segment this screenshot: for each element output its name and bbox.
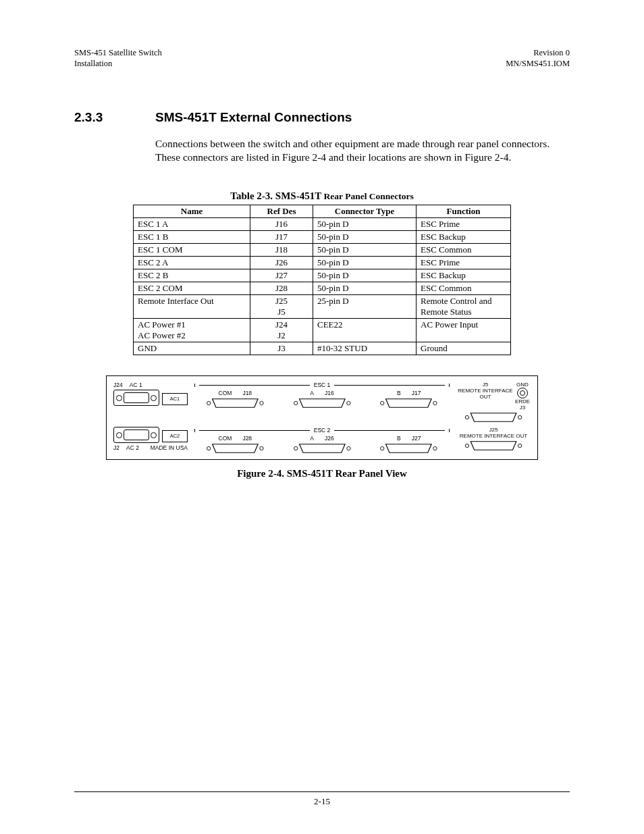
ac2-label: AC2 [162,430,188,442]
section-heading: 2.3.3 SMS-451T External Connections [74,110,570,125]
svg-point-14 [465,444,468,448]
db-connector-icon [194,398,276,409]
db-connector-icon [281,398,363,409]
table-caption: Table 2-3. SMS-451T Rear Panel Connector… [74,190,570,202]
table-header-row: Name Ref Des Connector Type Function [134,205,511,218]
svg-point-13 [433,447,437,450]
th-ref: Ref Des [250,205,313,218]
table-row: GNDJ3#10-32 STUDGround [134,342,511,355]
rear-panel-figure: J24AC 1 AC1 ESC 1 COMJ18 [106,375,538,460]
svg-point-11 [346,447,350,450]
header-left: SMS-451 Satellite SwitchInstallation [74,47,162,70]
table-row: ESC 1 BJ1750-pin DESC Backup [134,231,511,244]
svg-point-3 [346,402,350,405]
ac2-block: AC2 J2AC 2 MADE IN USA [113,427,188,451]
table-row: ESC 1 AJ1650-pin DESC Prime [134,218,511,231]
th-name: Name [134,205,250,218]
db-connector-icon [368,443,450,454]
ground-stud-icon [517,388,528,398]
svg-point-2 [294,402,297,405]
table-row: ESC 2 BJ2750-pin DESC Backup [134,269,511,282]
table-row: ESC 2 AJ2650-pin DESC Prime [134,257,511,269]
ac-socket-icon [113,390,159,406]
connectors-table: Name Ref Des Connector Type Function ESC… [133,205,511,355]
page-header: SMS-451 Satellite SwitchInstallation Rev… [74,47,570,70]
svg-point-12 [381,447,384,450]
th-func: Function [417,205,511,218]
db-connector-icon [456,412,531,423]
table-row: AC Power #1 AC Power #2J24 J2CEE22AC Pow… [134,319,511,342]
body-paragraph: Connections between the switch and other… [155,137,570,165]
svg-point-9 [260,447,263,450]
db-connector-icon [281,443,363,454]
th-type: Connector Type [313,205,417,218]
ac-socket-icon [113,427,159,443]
svg-point-15 [518,444,521,448]
figure-caption: Figure 2-4. SMS-451T Rear Panel View [74,468,570,479]
svg-point-8 [207,447,211,450]
db-connector-icon [368,398,450,409]
svg-point-6 [465,416,468,419]
page-number: 2-15 [314,796,330,806]
svg-point-10 [294,447,297,450]
table-row: ESC 2 COMJ2850-pin DESC Common [134,282,511,295]
db-connector-icon [456,440,531,451]
svg-point-7 [518,416,521,419]
db-connector-icon [194,443,276,454]
section-number: 2.3.3 [74,110,155,125]
svg-point-4 [381,402,384,405]
section-title: SMS-451T External Connections [155,110,352,125]
header-right: Revision 0MN/SMS451.IOM [506,47,570,70]
table-row: ESC 1 COMJ1850-pin DESC Common [134,244,511,257]
page-footer: 2-15 [74,791,570,807]
table-row: Remote Interface OutJ25 J525-pin DRemote… [134,295,511,319]
svg-point-1 [260,402,263,405]
svg-point-0 [207,402,211,405]
svg-point-5 [433,402,437,405]
ac1-block: J24AC 1 AC1 [113,382,188,406]
ac1-label: AC1 [162,393,188,405]
